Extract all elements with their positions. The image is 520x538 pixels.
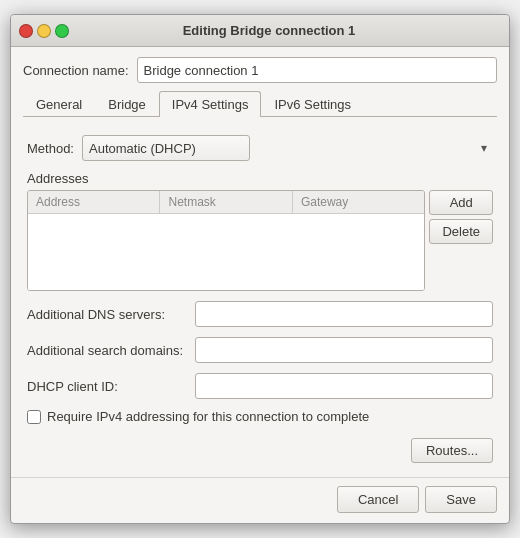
search-domains-row: Additional search domains: [27, 337, 493, 363]
tab-bridge[interactable]: Bridge [95, 91, 159, 117]
addresses-section: Addresses Address Netmask Gateway Add De… [27, 171, 493, 291]
method-label: Method: [27, 141, 74, 156]
delete-button[interactable]: Delete [429, 219, 493, 244]
tab-ipv4-settings[interactable]: IPv4 Settings [159, 91, 262, 117]
window-title: Editing Bridge connection 1 [75, 23, 463, 38]
col-address: Address [28, 191, 160, 213]
window-controls [19, 24, 69, 38]
connection-name-input[interactable] [137, 57, 497, 83]
dialog-window: Editing Bridge connection 1 Connection n… [10, 14, 510, 524]
save-button[interactable]: Save [425, 486, 497, 513]
maximize-button[interactable] [55, 24, 69, 38]
table-body [28, 214, 424, 290]
tab-ipv6-settings[interactable]: IPv6 Settings [261, 91, 364, 117]
titlebar: Editing Bridge connection 1 [11, 15, 509, 47]
main-content: Connection name: General Bridge IPv4 Set… [11, 47, 509, 477]
tab-bar: General Bridge IPv4 Settings IPv6 Settin… [23, 91, 497, 117]
addresses-buttons: Add Delete [429, 190, 493, 291]
method-select-wrapper: Automatic (DHCP)ManualLink-Local OnlySha… [82, 135, 493, 161]
dhcp-client-id-label: DHCP client ID: [27, 379, 187, 394]
cancel-button[interactable]: Cancel [337, 486, 419, 513]
dns-servers-row: Additional DNS servers: [27, 301, 493, 327]
dns-servers-input[interactable] [195, 301, 493, 327]
method-select[interactable]: Automatic (DHCP)ManualLink-Local OnlySha… [82, 135, 250, 161]
addresses-area: Address Netmask Gateway Add Delete [27, 190, 493, 291]
dns-servers-label: Additional DNS servers: [27, 307, 187, 322]
connection-name-label: Connection name: [23, 63, 129, 78]
dhcp-client-id-input[interactable] [195, 373, 493, 399]
tab-ipv4-content: Method: Automatic (DHCP)ManualLink-Local… [23, 125, 497, 467]
add-button[interactable]: Add [429, 190, 493, 215]
require-ipv4-label: Require IPv4 addressing for this connect… [47, 409, 369, 424]
minimize-button[interactable] [37, 24, 51, 38]
search-domains-input[interactable] [195, 337, 493, 363]
addresses-label: Addresses [27, 171, 493, 186]
close-button[interactable] [19, 24, 33, 38]
method-row: Method: Automatic (DHCP)ManualLink-Local… [27, 135, 493, 161]
footer-buttons: Cancel Save [11, 477, 509, 523]
dhcp-client-id-row: DHCP client ID: [27, 373, 493, 399]
col-netmask: Netmask [160, 191, 292, 213]
bottom-row: Routes... [27, 434, 493, 463]
routes-button[interactable]: Routes... [411, 438, 493, 463]
tab-general[interactable]: General [23, 91, 95, 117]
require-ipv4-row: Require IPv4 addressing for this connect… [27, 409, 493, 424]
col-gateway: Gateway [293, 191, 424, 213]
require-ipv4-checkbox[interactable] [27, 410, 41, 424]
search-domains-label: Additional search domains: [27, 343, 187, 358]
connection-name-row: Connection name: [23, 57, 497, 83]
addresses-table: Address Netmask Gateway [27, 190, 425, 291]
table-header: Address Netmask Gateway [28, 191, 424, 214]
